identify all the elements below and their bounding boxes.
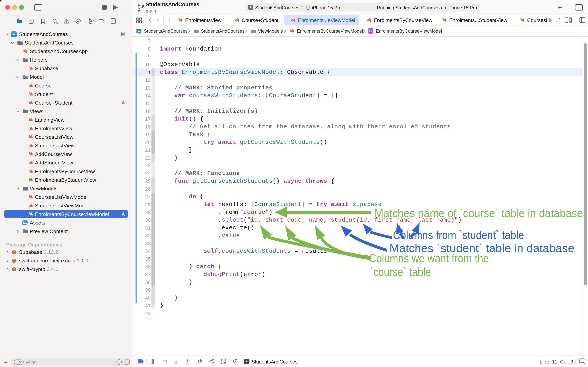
svg-text:Columns from `student` table: Columns from `student` table — [393, 228, 524, 242]
svg-text:Matches name of `course` table: Matches name of `course` table in databa… — [375, 207, 583, 220]
svg-text:`course` table: `course` table — [370, 265, 431, 278]
svg-text:Columns we want from the: Columns we want from the — [369, 252, 489, 265]
